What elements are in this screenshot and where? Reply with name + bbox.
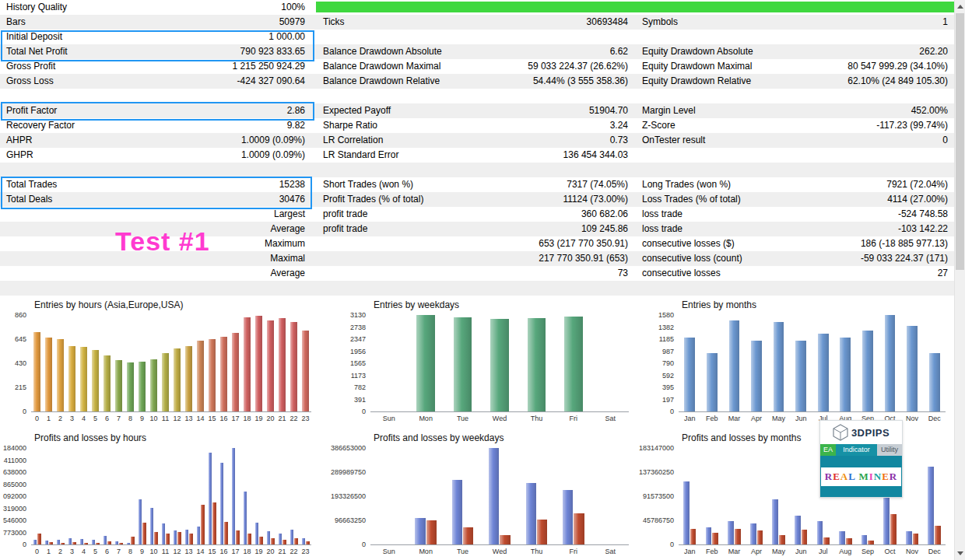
chart-bar [220,337,227,411]
x-axis-label: Aug [834,548,857,557]
x-axis-label: Jun [790,415,812,424]
chart-bar [885,315,896,411]
chart-bar [795,341,806,411]
chart-bar [139,499,142,544]
chart-bar [232,448,236,544]
x-axis-label: 5 [89,415,101,424]
x-axis-label: 4 [78,415,89,424]
plot-area [679,315,946,412]
x-axis-label: Thu [518,415,555,424]
chart-bar [751,341,762,411]
y-axis-label: 1173 [321,372,366,380]
chart-slot [592,315,629,411]
x-axis-label: Apr [746,548,768,557]
chart-bar [185,530,189,544]
chart-bar [294,538,298,544]
x-axis-label: 13 [183,415,195,424]
chart-bar [757,530,763,544]
vertical-scrollbar[interactable] [954,0,965,560]
chart-bar [197,341,204,411]
chart-bar [244,317,251,411]
x-axis-label: Jul [812,548,834,557]
chart-slot [89,448,101,544]
plot-area [370,448,629,545]
x-axis-label: Fri [555,415,591,424]
chart-profits-and-losses-by-hours: Profits and losses by hours1840004110006… [0,432,321,560]
chart-slot [901,315,924,411]
x-axis-label: 19 [253,415,265,424]
chart-slot [407,448,444,544]
chart-bar [154,532,158,544]
chart-slot [723,315,746,411]
x-axis-label: 2 [54,415,66,424]
x-axis-label: 9 [136,548,148,557]
x-axis-label: 17 [230,415,241,424]
chart-bar [255,523,259,544]
logo-footer: REAL MINER [820,456,902,497]
chart-bar [706,527,712,544]
test-annotation: Test #1 [115,226,210,257]
x-axis-label: 1 [43,415,54,424]
scroll-down-button[interactable] [955,547,965,560]
scroll-up-button[interactable] [955,0,965,13]
scrollbar-thumb[interactable] [956,13,964,270]
chart-bar [92,540,96,544]
x-axis-label: May [767,415,790,424]
chart-slot [218,315,230,411]
chart-slot [206,448,218,544]
chart-bar [57,540,61,544]
real-miner-letter: L [848,471,855,482]
y-axis-label: 638000 [0,468,26,476]
x-axis-label: 16 [218,548,230,557]
chart-title: Profits and losses by hours [34,432,321,445]
y-axis-label: 592 [638,372,674,380]
x-axis-label: Wed [481,548,518,557]
strategy-tester-report: History Quality100%Bars50979Ticks3069348… [0,0,965,560]
chart-slot [265,315,276,411]
chart-bar [823,537,830,544]
chart-bar [415,518,425,544]
chart-profits-and-losses-by-months: Profits and losses by months183147000137… [638,432,955,560]
chart-bar [574,513,584,544]
chart-slot [230,315,241,411]
y-axis-label: 430 [0,359,26,367]
chart-bar [839,531,845,544]
x-axis-label: Jan [679,548,701,557]
chart-bar [564,317,583,411]
chart-slot [701,315,724,411]
y-axis-label: 91573500 [638,492,674,500]
x-axis-label: Fri [555,548,591,557]
chart-bar [454,317,472,411]
chart-title: Profits and losses by weekdays [374,432,638,445]
chart-bar [166,534,170,544]
chart-bar [929,353,940,411]
chart-slot [31,315,43,411]
chart-slot [218,448,230,544]
y-axis-label: 289989750 [321,468,366,476]
chart-bar [37,534,41,544]
x-axis-label: 22 [288,548,300,557]
plot-area [679,448,946,545]
chart-bar [174,348,181,411]
chart-bar [119,543,123,544]
y-axis-label: 3130 [321,311,366,319]
chart-slot [370,315,407,411]
chart-slot [555,448,591,544]
chart-bar [452,480,462,544]
chart-bar [537,520,547,544]
chart-bar [690,529,697,544]
x-axis-label: 14 [195,415,206,424]
y-axis-label: 546000 [0,516,26,524]
chart-bar [846,538,852,544]
chart-slot [54,448,66,544]
real-miner-letter: N [874,471,882,482]
chart-title: Entries by months [682,299,955,312]
y-axis-label: 386653000 [321,444,366,452]
chart-slot [481,448,518,544]
x-axis-label: 3 [66,415,78,424]
chart-bar [174,530,177,544]
y-axis-label: 0 [321,408,366,415]
chart-slot [812,315,834,411]
chart-bar [45,541,49,544]
chart-slot [901,448,924,544]
